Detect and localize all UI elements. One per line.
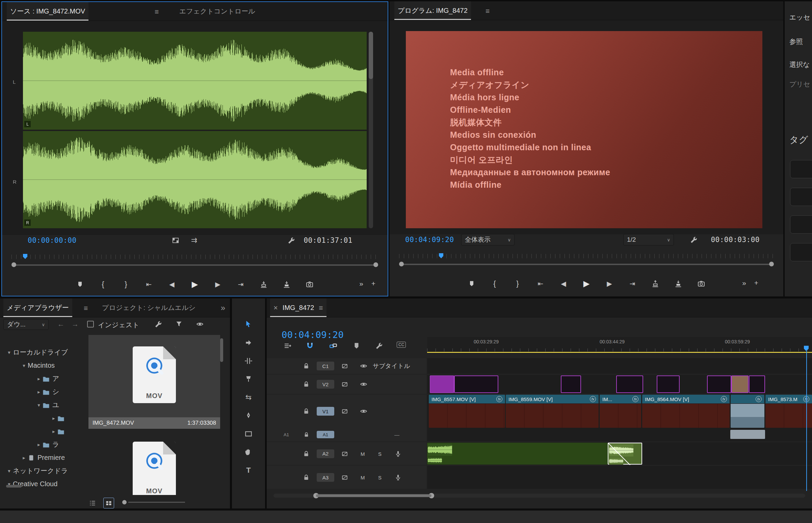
chevron-down-icon[interactable]: ▾	[5, 468, 13, 474]
graphics-clip[interactable]	[731, 376, 748, 393]
playhead-line[interactable]	[806, 351, 807, 491]
tab-effect-controls[interactable]: エフェクトコントロール	[176, 2, 259, 21]
mute-button[interactable]: M	[361, 451, 365, 456]
graphics-clip[interactable]	[657, 376, 680, 393]
rectangle-tool[interactable]	[242, 427, 255, 440]
tree-item[interactable]: ▾Macintos	[0, 359, 87, 372]
sync-lock-icon[interactable]	[340, 407, 349, 416]
track-lock-icon[interactable]	[302, 407, 311, 416]
track-id-a3[interactable]: A3	[317, 473, 334, 482]
ingest-settings-wrench-icon[interactable]	[152, 319, 163, 329]
chevron-down-icon[interactable]: ▾	[35, 402, 42, 408]
timeline-ruler[interactable]: 00:03:29:2900:03:44:2900:03:59:29	[427, 337, 812, 352]
ripple-edit-tool[interactable]	[242, 354, 255, 368]
snap-magnet-icon[interactable]	[305, 340, 315, 351]
track-id-a2[interactable]: A2	[317, 449, 334, 458]
timeline-clip[interactable]: IMG_8564.MOV [V]fx	[642, 395, 729, 428]
insert-button[interactable]	[260, 279, 268, 289]
timeline-scroll-thumb[interactable]	[316, 494, 432, 497]
tree-item[interactable]: ▾ローカルドライブ	[0, 346, 87, 359]
track-lock-icon[interactable]	[302, 473, 311, 482]
track-lock-icon[interactable]	[302, 430, 311, 439]
track-select-forward-tool[interactable]	[242, 336, 255, 349]
chevron-right-icon[interactable]: ▸	[50, 415, 57, 421]
export-frame-button[interactable]	[697, 278, 705, 289]
step-back-button[interactable]: ◀	[559, 278, 567, 289]
timeline-clip[interactable]: IMG_8559.MOV [V]fx	[506, 395, 599, 428]
captions-cc-icon[interactable]: CC	[397, 342, 406, 348]
add-marker-button[interactable]	[76, 279, 84, 289]
timeline-settings-wrench-icon[interactable]	[374, 340, 384, 351]
sync-lock-icon[interactable]	[340, 362, 349, 371]
track-v2-lane[interactable]	[427, 375, 812, 394]
waveform-scrollbar-thumb[interactable]	[369, 32, 373, 79]
preset-tile[interactable]	[790, 215, 812, 234]
scrollbar-track[interactable]	[14, 264, 376, 266]
type-tool[interactable]: T	[242, 464, 255, 477]
panel-menu-icon[interactable]: ≡	[319, 304, 323, 312]
media-item-cell[interactable]: MOV	[88, 433, 220, 495]
playhead-sync-icon[interactable]: ⇉	[191, 236, 197, 245]
track-a2-lane[interactable]	[427, 442, 812, 465]
filter-icon[interactable]	[174, 319, 184, 329]
essential-panel-tab[interactable]: エッセ	[789, 13, 810, 22]
extract-button[interactable]	[674, 278, 682, 289]
chevron-right-icon[interactable]: ▸	[35, 376, 42, 382]
go-to-out-button[interactable]: ⇥	[628, 278, 636, 289]
scrollbar-track[interactable]	[401, 264, 772, 265]
source-waveform-left[interactable]	[23, 32, 367, 130]
forward-button[interactable]: →	[72, 320, 79, 328]
program-zoom-scrollbar[interactable]	[399, 262, 774, 267]
toggle-track-output-icon[interactable]	[359, 407, 368, 416]
overwrite-button[interactable]	[283, 279, 291, 289]
track-id-v1[interactable]: V1	[317, 407, 334, 416]
graphics-clip[interactable]	[561, 376, 581, 393]
source-zoom-scrollbar[interactable]	[12, 262, 378, 268]
mute-button[interactable]: M	[361, 475, 365, 481]
tree-item[interactable]: ▾Creative Cloud	[0, 477, 87, 491]
preset-tile[interactable]	[790, 243, 812, 262]
panel-menu-icon[interactable]: ≡	[84, 305, 88, 312]
voiceover-mic-icon[interactable]	[394, 449, 402, 458]
list-view-button[interactable]	[87, 498, 98, 508]
chevron-right-icon[interactable]: ▸	[35, 389, 42, 395]
hand-tool[interactable]	[242, 445, 255, 459]
tree-item[interactable]: ▸Premiere	[0, 451, 87, 464]
zoom-handle-right[interactable]	[374, 262, 378, 267]
mark-in-button[interactable]: {	[491, 278, 499, 289]
mark-out-button[interactable]: }	[513, 278, 522, 289]
go-to-out-button[interactable]: ⇥	[237, 279, 245, 289]
panel-menu-icon[interactable]: ≡	[486, 7, 490, 15]
back-button[interactable]: ←	[57, 320, 65, 328]
solo-button[interactable]: S	[378, 451, 381, 456]
lift-button[interactable]	[651, 278, 660, 289]
play-button[interactable]: ▶	[582, 278, 591, 289]
track-lock-icon[interactable]	[302, 362, 311, 371]
step-forward-button[interactable]: ▶	[606, 278, 613, 289]
thumbnail-zoom-handle[interactable]	[122, 500, 127, 504]
chevron-down-icon[interactable]: ▾	[20, 363, 28, 369]
track-c1-lane[interactable]	[427, 358, 812, 374]
settings-wrench-icon[interactable]	[688, 234, 699, 245]
voiceover-mic-icon[interactable]	[394, 473, 402, 482]
play-button[interactable]: ▶	[191, 279, 199, 289]
zoom-handle-left[interactable]	[12, 262, 16, 267]
tab-media-browser[interactable]: メディアブラウザー	[3, 299, 72, 317]
tab-sequence[interactable]: × IMG_8472 ≡	[270, 299, 326, 317]
tab-source-monitor[interactable]: ソース : IMG_8472.MOV	[7, 2, 88, 21]
toggle-track-output-icon[interactable]	[359, 380, 368, 389]
program-mini-ruler[interactable]	[399, 254, 774, 258]
button-editor-add[interactable]: +	[754, 279, 758, 287]
linked-selection-icon[interactable]	[328, 340, 339, 351]
graphics-clip[interactable]	[707, 376, 731, 393]
program-current-timecode[interactable]: 00:04:09:20	[405, 236, 454, 244]
preview-eye-icon[interactable]	[195, 319, 205, 329]
export-frame-button[interactable]	[306, 279, 314, 289]
chevron-right-icon[interactable]: ▸	[20, 455, 28, 461]
graphics-clip[interactable]	[616, 376, 643, 393]
timeline-clip[interactable]: IMG_8573.Mfx	[765, 395, 812, 428]
graphics-clip[interactable]	[454, 376, 498, 393]
track-id-c1[interactable]: C1	[317, 362, 334, 371]
tree-item[interactable]: ▸	[0, 412, 87, 425]
source-waveform-right[interactable]	[23, 131, 367, 228]
